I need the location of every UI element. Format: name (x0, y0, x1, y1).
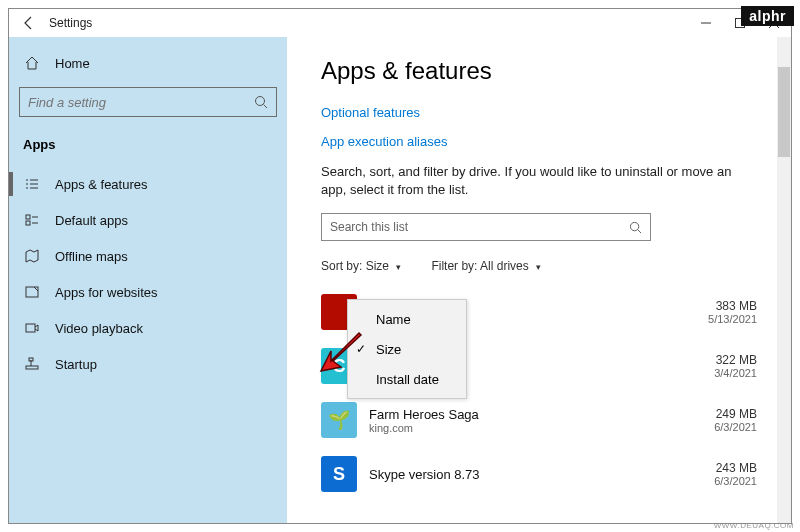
app-name: Skype version 8.73 (369, 467, 702, 482)
sort-label: Sort by: (321, 259, 362, 273)
window-title: Settings (49, 16, 92, 30)
app-name: Farm Heroes Saga (369, 407, 702, 422)
cursor-arrow-annotation (319, 327, 369, 387)
sidebar-item-default-apps[interactable]: Default apps (9, 202, 287, 238)
svg-rect-14 (26, 221, 30, 225)
sidebar: Home Apps Apps & features Default apps (9, 37, 287, 523)
link-optional-features[interactable]: Optional features (321, 105, 757, 120)
sort-by-control[interactable]: Sort by: Size ▾ (321, 259, 401, 273)
sidebar-home-label: Home (55, 56, 90, 71)
chevron-down-icon: ▾ (536, 262, 541, 272)
sort-option-label: Name (376, 312, 411, 327)
sidebar-item-label: Apps for websites (55, 285, 158, 300)
svg-line-5 (264, 105, 268, 109)
sidebar-item-offline-maps[interactable]: Offline maps (9, 238, 287, 274)
websites-icon (23, 283, 41, 301)
sidebar-item-label: Video playback (55, 321, 143, 336)
startup-icon (23, 355, 41, 373)
app-row[interactable]: SSkype version 8.73243 MB6/3/2021 (321, 447, 757, 501)
app-size: 322 MB (714, 353, 757, 367)
svg-rect-18 (26, 324, 35, 332)
page-heading: Apps & features (321, 57, 757, 85)
chevron-down-icon: ▾ (396, 262, 401, 272)
search-icon (629, 221, 642, 234)
back-button[interactable] (9, 9, 49, 37)
minimize-button[interactable] (689, 9, 723, 37)
filter-value: All drives (480, 259, 529, 273)
sidebar-item-label: Apps & features (55, 177, 148, 192)
filter-by-control[interactable]: Filter by: All drives ▾ (431, 259, 541, 273)
svg-point-4 (256, 97, 265, 106)
map-icon (23, 247, 41, 265)
app-size: 249 MB (714, 407, 757, 421)
svg-line-23 (638, 230, 641, 233)
filter-label: Filter by: (431, 259, 477, 273)
settings-window: Settings Home Apps (8, 8, 792, 524)
defaults-icon (23, 211, 41, 229)
svg-point-22 (630, 222, 638, 230)
app-date: 6/3/2021 (714, 475, 757, 487)
sidebar-section-label: Apps (9, 131, 287, 166)
app-icon: S (321, 456, 357, 492)
video-icon (23, 319, 41, 337)
app-date: 6/3/2021 (714, 421, 757, 433)
description-text: Search, sort, and filter by drive. If yo… (321, 163, 741, 199)
watermark-badge: alphr (741, 6, 794, 26)
svg-line-17 (34, 287, 38, 291)
sidebar-home[interactable]: Home (9, 45, 287, 81)
sidebar-item-label: Offline maps (55, 249, 128, 264)
sidebar-item-apps-websites[interactable]: Apps for websites (9, 274, 287, 310)
scroll-thumb[interactable] (778, 67, 790, 157)
sort-value: Size (366, 259, 389, 273)
app-size: 243 MB (714, 461, 757, 475)
app-publisher: king.com (369, 422, 702, 434)
app-date: 3/4/2021 (714, 367, 757, 379)
find-setting-input[interactable] (28, 95, 254, 110)
home-icon (23, 54, 41, 72)
sidebar-item-video-playback[interactable]: Video playback (9, 310, 287, 346)
sidebar-item-startup[interactable]: Startup (9, 346, 287, 382)
sort-option-label: Size (376, 342, 401, 357)
app-size: 383 MB (708, 299, 757, 313)
find-setting-search[interactable] (19, 87, 277, 117)
app-list-search[interactable]: Search this list (321, 213, 651, 241)
sidebar-item-label: Default apps (55, 213, 128, 228)
app-icon: 🌱 (321, 402, 357, 438)
svg-rect-12 (26, 215, 30, 219)
sort-option-label: Install date (376, 372, 439, 387)
sidebar-item-apps-features[interactable]: Apps & features (9, 166, 287, 202)
app-date: 5/13/2021 (708, 313, 757, 325)
svg-rect-19 (26, 366, 38, 369)
link-execution-aliases[interactable]: App execution aliases (321, 134, 757, 149)
scrollbar[interactable] (777, 37, 791, 523)
svg-rect-21 (29, 358, 33, 361)
sidebar-item-label: Startup (55, 357, 97, 372)
list-icon (23, 175, 41, 193)
app-row[interactable]: 🌱Farm Heroes Sagaking.com249 MB6/3/2021 (321, 393, 757, 447)
app-search-placeholder: Search this list (330, 220, 629, 234)
content-area: Apps & features Optional features App ex… (287, 37, 791, 523)
titlebar: Settings (9, 9, 791, 37)
search-icon (254, 95, 268, 109)
